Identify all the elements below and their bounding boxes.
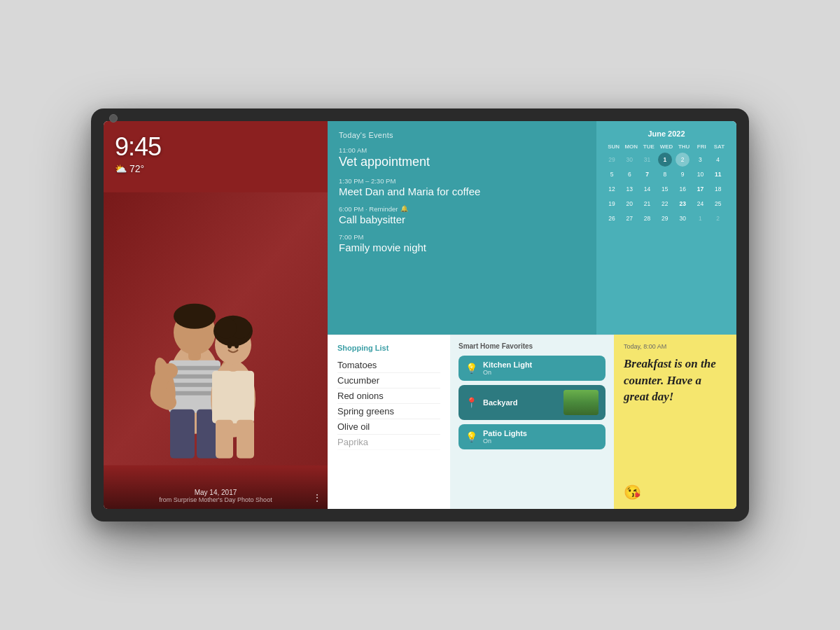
cal-day[interactable]: 25 xyxy=(711,197,725,211)
calendar-days: 29 30 31 1 2 3 4 5 6 7 xyxy=(605,153,728,225)
cal-day[interactable]: 7 xyxy=(640,167,654,181)
cal-day[interactable]: 23 xyxy=(676,197,690,211)
device-screen: 9:45 ⛅ 72° May 14, 2017 from Surprise Mo… xyxy=(104,121,736,509)
svg-rect-24 xyxy=(216,419,233,458)
cal-day[interactable]: 15 xyxy=(658,182,672,196)
cal-day[interactable]: 5 xyxy=(605,167,619,181)
smart-device-kitchen-light[interactable]: 💡 Kitchen Light On xyxy=(458,356,606,381)
cal-day[interactable]: 21 xyxy=(640,197,654,211)
cal-day[interactable]: 26 xyxy=(605,211,619,225)
device-frame: 9:45 ⛅ 72° May 14, 2017 from Surprise Mo… xyxy=(91,108,749,522)
shopping-item-2[interactable]: Cucumber xyxy=(337,373,440,388)
cal-day[interactable]: 31 xyxy=(640,153,654,167)
cal-day-selected[interactable]: 2 xyxy=(676,153,690,167)
cal-day[interactable]: 18 xyxy=(711,182,725,196)
event-time-4: 7:00 PM xyxy=(339,233,585,241)
cal-day[interactable]: 19 xyxy=(605,197,619,211)
cal-day[interactable]: 12 xyxy=(605,182,619,196)
event-time-3: 6:00 PM · Reminder 🔔 xyxy=(339,205,585,213)
note-panel: Today, 8:00 AM Breakfast is on the count… xyxy=(614,335,736,509)
cal-day[interactable]: 17 xyxy=(693,182,707,196)
smart-device-backyard[interactable]: 📍 Backyard xyxy=(458,385,606,420)
shopping-item-3[interactable]: Red onions xyxy=(337,388,440,404)
svg-rect-25 xyxy=(237,419,254,458)
cal-header-thu: THU xyxy=(676,144,693,150)
cal-day[interactable]: 6 xyxy=(622,167,636,181)
svg-point-10 xyxy=(174,303,216,328)
cal-header-sat: SAT xyxy=(710,144,728,150)
cal-day[interactable]: 29 xyxy=(605,153,619,167)
shopping-list-title: Shopping List xyxy=(337,344,440,352)
shopping-item-5[interactable]: Olive oil xyxy=(337,419,440,435)
photo-date: May 14, 2017 xyxy=(111,489,321,496)
cal-day[interactable]: 30 xyxy=(676,211,690,225)
event-item-3[interactable]: 6:00 PM · Reminder 🔔 Call babysitter xyxy=(339,205,585,226)
calendar-grid: SUN MON TUE WED THU FRI SAT 29 xyxy=(605,144,728,225)
cal-day[interactable]: 10 xyxy=(693,167,707,181)
screen-content: 9:45 ⛅ 72° May 14, 2017 from Surprise Mo… xyxy=(104,121,736,509)
events-panel: Today's Events 11:00 AM Vet appointment … xyxy=(328,121,596,335)
content-area: Today's Events 11:00 AM Vet appointment … xyxy=(328,121,736,509)
cal-day[interactable]: 27 xyxy=(622,211,636,225)
svg-rect-16 xyxy=(212,370,254,423)
device-name-backyard: Backyard xyxy=(483,398,558,407)
cal-day[interactable]: 8 xyxy=(658,167,672,181)
cal-day-today[interactable]: 1 xyxy=(658,153,672,167)
cal-day[interactable]: 9 xyxy=(676,167,690,181)
calendar-panel: June 2022 SUN MON TUE WED THU FRI SAT xyxy=(596,121,736,335)
event-item-4[interactable]: 7:00 PM Family movie night xyxy=(339,233,585,254)
cal-day[interactable]: 28 xyxy=(640,211,654,225)
note-timestamp: Today, 8:00 AM xyxy=(624,343,727,350)
cal-day[interactable]: 1 xyxy=(693,211,707,225)
cal-day[interactable]: 4 xyxy=(711,153,725,167)
event-time-1: 11:00 AM xyxy=(339,146,585,154)
temperature: 72° xyxy=(130,163,144,174)
event-time-2: 1:30 PM – 2:30 PM xyxy=(339,177,585,185)
shopping-item-4[interactable]: Spring greens xyxy=(337,404,440,419)
shopping-item-6[interactable]: Paprika xyxy=(337,435,440,450)
device-name-patio: Patio Lights xyxy=(483,429,598,438)
cal-day[interactable]: 20 xyxy=(622,197,636,211)
calendar-header: SUN MON TUE WED THU FRI SAT xyxy=(605,144,728,150)
device-name-kitchen: Kitchen Light xyxy=(483,360,598,369)
cal-day[interactable]: 11 xyxy=(711,167,725,181)
cal-day[interactable]: 3 xyxy=(693,153,707,167)
cal-day[interactable]: 29 xyxy=(658,211,672,225)
note-emoji: 😘 xyxy=(624,484,727,500)
device-info-patio: Patio Lights On xyxy=(483,429,598,444)
cal-day[interactable]: 22 xyxy=(658,197,672,211)
cal-day[interactable]: 14 xyxy=(640,182,654,196)
photo-caption: May 14, 2017 from Surprise Mother's Day … xyxy=(104,467,328,509)
cal-day[interactable]: 16 xyxy=(676,182,690,196)
event-item-1[interactable]: 11:00 AM Vet appointment xyxy=(339,146,585,170)
cal-header-fri: FRI xyxy=(693,144,710,150)
cal-day[interactable]: 24 xyxy=(693,197,707,211)
patio-light-icon: 💡 xyxy=(465,431,477,442)
device-status-kitchen: On xyxy=(483,369,598,376)
shopping-item-1[interactable]: Tomatoes xyxy=(337,358,440,373)
cal-header-sun: SUN xyxy=(605,144,622,150)
more-options-button[interactable]: ⋮ xyxy=(312,492,322,503)
time-display: 9:45 xyxy=(115,132,161,162)
backyard-thumbnail xyxy=(564,390,598,415)
device-info-kitchen: Kitchen Light On xyxy=(483,360,598,376)
location-pin-icon: 📍 xyxy=(465,397,477,408)
event-item-2[interactable]: 1:30 PM – 2:30 PM Meet Dan and Maria for… xyxy=(339,177,585,198)
cal-day[interactable]: 2 xyxy=(711,211,725,225)
event-name-3: Call babysitter xyxy=(339,214,585,226)
smart-device-patio-lights[interactable]: 💡 Patio Lights On xyxy=(458,424,606,449)
svg-point-22 xyxy=(227,342,232,348)
cal-day[interactable]: 30 xyxy=(622,153,636,167)
weather-display: ⛅ 72° xyxy=(115,163,161,174)
note-text: Breakfast is on the counter. Have a grea… xyxy=(624,356,727,479)
smarthome-title: Smart Home Favorites xyxy=(458,342,606,350)
cal-header-mon: MON xyxy=(622,144,640,150)
cal-day[interactable]: 13 xyxy=(622,182,636,196)
event-name-4: Family movie night xyxy=(339,241,585,254)
smarthome-panel: Smart Home Favorites 💡 Kitchen Light On … xyxy=(450,335,614,509)
svg-rect-13 xyxy=(170,409,195,458)
bottom-row: Shopping List Tomatoes Cucumber Red onio… xyxy=(328,335,736,509)
events-title: Today's Events xyxy=(339,131,585,139)
svg-point-21 xyxy=(216,317,237,338)
cal-header-wed: WED xyxy=(657,144,675,150)
